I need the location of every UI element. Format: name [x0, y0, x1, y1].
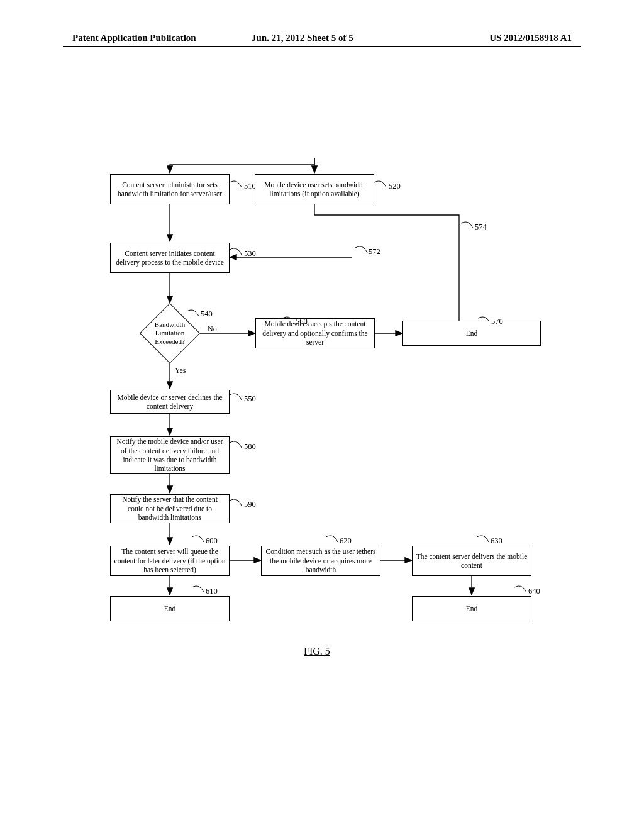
label-600: 600 [206, 536, 218, 546]
step-590-text: Notify the server that the content could… [113, 495, 226, 522]
decision-540: Bandwidth Limitation Exceeded? [140, 303, 200, 363]
step-560: Mobile devices accepts the content deliv… [255, 318, 375, 348]
label-530: 530 [244, 249, 256, 258]
step-610: End [110, 596, 230, 621]
label-540: 540 [201, 309, 213, 319]
step-520-text: Mobile device user sets bandwidth limita… [258, 180, 371, 199]
step-640-text: End [466, 604, 478, 613]
step-590: Notify the server that the content could… [110, 494, 230, 523]
step-610-text: End [164, 604, 176, 613]
label-560: 560 [296, 317, 308, 326]
header-rule [63, 46, 581, 47]
branch-yes: Yes [175, 366, 186, 375]
label-630: 630 [491, 536, 502, 546]
step-510-text: Content server administrator sets bandwi… [113, 180, 226, 199]
step-580: Notify the mobile device and/or user of … [110, 436, 230, 474]
label-620: 620 [340, 536, 352, 546]
step-520: Mobile device user sets bandwidth limita… [255, 174, 374, 204]
flowchart-canvas: Content server administrator sets bandwi… [0, 52, 644, 762]
step-620-text: Condition met such as the user tethers t… [264, 547, 377, 574]
header-left: Patent Application Publication [72, 33, 196, 43]
label-640: 640 [528, 587, 540, 596]
label-610: 610 [206, 587, 218, 596]
step-510: Content server administrator sets bandwi… [110, 174, 230, 204]
decision-540-text: Bandwidth Limitation Exceeded? [140, 321, 200, 346]
label-574: 574 [475, 223, 487, 232]
label-550: 550 [244, 394, 256, 404]
step-550-text: Mobile device or server declines the con… [113, 393, 226, 411]
header-center: Jun. 21, 2012 Sheet 5 of 5 [252, 33, 353, 43]
step-550: Mobile device or server declines the con… [110, 390, 230, 414]
step-630: The content server delivers the mobile c… [412, 546, 531, 576]
label-590: 590 [244, 500, 256, 509]
header-right: US 2012/0158918 A1 [489, 33, 572, 43]
label-570: 570 [491, 317, 503, 326]
step-530: Content server initiates content deliver… [110, 243, 230, 273]
step-620: Condition met such as the user tethers t… [261, 546, 380, 576]
step-600-text: The content server will queue the conten… [113, 547, 226, 574]
step-570: End [402, 321, 541, 346]
step-530-text: Content server initiates content deliver… [113, 249, 226, 267]
label-580: 580 [244, 442, 256, 451]
label-520: 520 [389, 182, 401, 191]
step-640: End [412, 596, 531, 621]
branch-no: No [208, 324, 217, 334]
step-600: The content server will queue the conten… [110, 546, 230, 576]
label-510: 510 [244, 182, 256, 191]
figure-label: FIG. 5 [304, 646, 330, 657]
step-630-text: The content server delivers the mobile c… [415, 552, 528, 570]
step-570-text: End [466, 329, 478, 338]
label-572: 572 [369, 247, 380, 257]
step-580-text: Notify the mobile device and/or user of … [113, 437, 226, 473]
step-560-text: Mobile devices accepts the content deliv… [258, 319, 372, 346]
